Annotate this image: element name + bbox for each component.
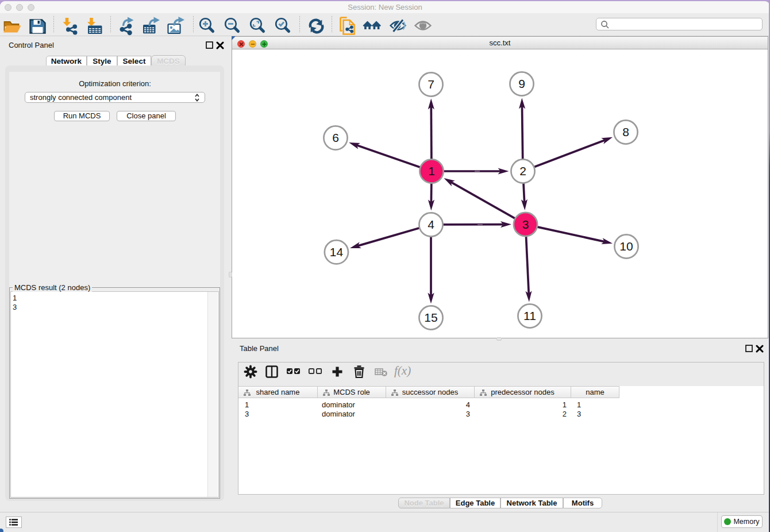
- svg-text:11: 11: [523, 309, 536, 322]
- svg-text:8: 8: [622, 125, 629, 138]
- svg-text:4: 4: [428, 218, 434, 231]
- svg-text:14: 14: [330, 245, 344, 259]
- svg-text:7: 7: [428, 78, 434, 91]
- svg-text:9: 9: [518, 77, 525, 90]
- svg-text:15: 15: [424, 311, 437, 324]
- svg-text:1: 1: [428, 164, 435, 178]
- svg-text:3: 3: [522, 218, 529, 231]
- svg-text:6: 6: [332, 131, 339, 144]
- svg-text:10: 10: [619, 240, 633, 253]
- svg-text:2: 2: [519, 164, 526, 178]
